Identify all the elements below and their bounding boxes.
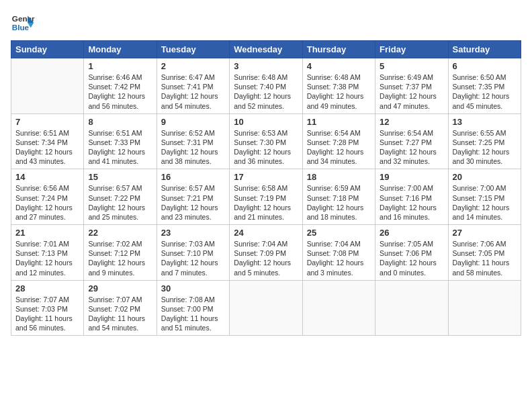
calendar-cell xyxy=(302,280,375,336)
calendar-cell: 27Sunrise: 7:06 AM Sunset: 7:05 PM Dayli… xyxy=(448,225,521,281)
page-header: General Blue xyxy=(11,11,521,35)
calendar-cell: 2Sunrise: 6:47 AM Sunset: 7:41 PM Daylig… xyxy=(157,58,229,114)
calendar-cell: 23Sunrise: 7:03 AM Sunset: 7:10 PM Dayli… xyxy=(157,225,229,281)
day-info: Sunrise: 6:54 AM Sunset: 7:27 PM Dayligh… xyxy=(380,128,443,167)
calendar-cell: 3Sunrise: 6:48 AM Sunset: 7:40 PM Daylig… xyxy=(230,58,302,114)
calendar-cell: 26Sunrise: 7:05 AM Sunset: 7:06 PM Dayli… xyxy=(375,225,448,281)
day-info: Sunrise: 7:02 AM Sunset: 7:12 PM Dayligh… xyxy=(88,239,152,277)
calendar-cell xyxy=(11,58,84,114)
day-info: Sunrise: 6:52 AM Sunset: 7:31 PM Dayligh… xyxy=(161,128,225,167)
day-number: 25 xyxy=(307,228,371,238)
day-number: 13 xyxy=(453,117,517,127)
calendar-cell: 14Sunrise: 6:56 AM Sunset: 7:24 PM Dayli… xyxy=(11,169,84,225)
logo-icon: General Blue xyxy=(11,11,35,35)
logo: General Blue xyxy=(11,11,35,35)
calendar-week-row: 1Sunrise: 6:46 AM Sunset: 7:42 PM Daylig… xyxy=(11,58,521,114)
day-number: 27 xyxy=(453,228,517,238)
calendar-cell: 10Sunrise: 6:53 AM Sunset: 7:30 PM Dayli… xyxy=(230,113,302,169)
calendar-cell: 28Sunrise: 7:07 AM Sunset: 7:03 PM Dayli… xyxy=(11,280,84,336)
day-number: 12 xyxy=(380,117,443,127)
day-number: 21 xyxy=(15,228,79,238)
calendar-cell: 21Sunrise: 7:01 AM Sunset: 7:13 PM Dayli… xyxy=(11,225,84,281)
calendar-cell: 1Sunrise: 6:46 AM Sunset: 7:42 PM Daylig… xyxy=(84,58,157,114)
day-number: 17 xyxy=(234,172,298,182)
calendar-week-row: 14Sunrise: 6:56 AM Sunset: 7:24 PM Dayli… xyxy=(11,169,521,225)
calendar-cell: 15Sunrise: 6:57 AM Sunset: 7:22 PM Dayli… xyxy=(84,169,157,225)
day-number: 23 xyxy=(161,228,225,238)
day-info: Sunrise: 7:03 AM Sunset: 7:10 PM Dayligh… xyxy=(161,239,225,277)
calendar-week-row: 7Sunrise: 6:51 AM Sunset: 7:34 PM Daylig… xyxy=(11,113,521,169)
calendar-cell: 20Sunrise: 7:00 AM Sunset: 7:15 PM Dayli… xyxy=(448,169,521,225)
weekday-header: Thursday xyxy=(302,41,375,58)
weekday-header: Sunday xyxy=(11,41,84,58)
day-number: 18 xyxy=(307,172,371,182)
day-number: 28 xyxy=(15,283,79,293)
day-number: 2 xyxy=(161,61,225,71)
weekday-header-row: SundayMondayTuesdayWednesdayThursdayFrid… xyxy=(11,41,521,58)
calendar-cell: 16Sunrise: 6:57 AM Sunset: 7:21 PM Dayli… xyxy=(157,169,229,225)
day-info: Sunrise: 6:57 AM Sunset: 7:22 PM Dayligh… xyxy=(88,183,152,222)
day-info: Sunrise: 7:04 AM Sunset: 7:08 PM Dayligh… xyxy=(307,239,371,277)
calendar-table: SundayMondayTuesdayWednesdayThursdayFrid… xyxy=(11,40,521,336)
day-info: Sunrise: 7:00 AM Sunset: 7:16 PM Dayligh… xyxy=(380,183,443,222)
calendar-cell: 22Sunrise: 7:02 AM Sunset: 7:12 PM Dayli… xyxy=(84,225,157,281)
day-number: 7 xyxy=(15,117,79,127)
day-info: Sunrise: 6:47 AM Sunset: 7:41 PM Dayligh… xyxy=(161,73,225,111)
day-number: 26 xyxy=(380,228,443,238)
calendar-cell: 9Sunrise: 6:52 AM Sunset: 7:31 PM Daylig… xyxy=(157,113,229,169)
day-info: Sunrise: 6:46 AM Sunset: 7:42 PM Dayligh… xyxy=(88,73,152,111)
calendar-cell: 4Sunrise: 6:48 AM Sunset: 7:38 PM Daylig… xyxy=(302,58,375,114)
day-info: Sunrise: 6:55 AM Sunset: 7:25 PM Dayligh… xyxy=(453,128,517,167)
weekday-header: Tuesday xyxy=(157,41,229,58)
weekday-header: Friday xyxy=(375,41,448,58)
day-info: Sunrise: 6:58 AM Sunset: 7:19 PM Dayligh… xyxy=(234,183,298,222)
day-info: Sunrise: 7:00 AM Sunset: 7:15 PM Dayligh… xyxy=(453,183,517,222)
svg-text:Blue: Blue xyxy=(12,23,30,32)
weekday-header: Monday xyxy=(84,41,157,58)
day-info: Sunrise: 6:57 AM Sunset: 7:21 PM Dayligh… xyxy=(161,183,225,222)
day-number: 14 xyxy=(15,172,79,182)
day-number: 16 xyxy=(161,172,225,182)
weekday-header: Saturday xyxy=(448,41,521,58)
day-info: Sunrise: 6:53 AM Sunset: 7:30 PM Dayligh… xyxy=(234,128,298,167)
calendar-cell: 12Sunrise: 6:54 AM Sunset: 7:27 PM Dayli… xyxy=(375,113,448,169)
day-info: Sunrise: 7:04 AM Sunset: 7:09 PM Dayligh… xyxy=(234,239,298,277)
calendar-cell: 13Sunrise: 6:55 AM Sunset: 7:25 PM Dayli… xyxy=(448,113,521,169)
day-number: 29 xyxy=(88,283,152,293)
calendar-cell xyxy=(448,280,521,336)
day-info: Sunrise: 6:51 AM Sunset: 7:34 PM Dayligh… xyxy=(15,128,79,167)
calendar-cell: 29Sunrise: 7:07 AM Sunset: 7:02 PM Dayli… xyxy=(84,280,157,336)
day-number: 30 xyxy=(161,283,225,293)
day-info: Sunrise: 7:01 AM Sunset: 7:13 PM Dayligh… xyxy=(15,239,79,277)
calendar-cell xyxy=(230,280,302,336)
day-number: 6 xyxy=(453,61,517,71)
day-number: 10 xyxy=(234,117,298,127)
day-info: Sunrise: 6:48 AM Sunset: 7:38 PM Dayligh… xyxy=(307,73,371,111)
day-info: Sunrise: 7:06 AM Sunset: 7:05 PM Dayligh… xyxy=(453,239,517,277)
day-number: 3 xyxy=(234,61,298,71)
weekday-header: Wednesday xyxy=(230,41,302,58)
day-info: Sunrise: 7:08 AM Sunset: 7:00 PM Dayligh… xyxy=(161,295,225,333)
calendar-cell: 6Sunrise: 6:50 AM Sunset: 7:35 PM Daylig… xyxy=(448,58,521,114)
day-info: Sunrise: 7:05 AM Sunset: 7:06 PM Dayligh… xyxy=(380,239,443,277)
day-number: 5 xyxy=(380,61,443,71)
day-info: Sunrise: 7:07 AM Sunset: 7:03 PM Dayligh… xyxy=(15,295,79,333)
calendar-cell xyxy=(375,280,448,336)
calendar-cell: 5Sunrise: 6:49 AM Sunset: 7:37 PM Daylig… xyxy=(375,58,448,114)
day-info: Sunrise: 6:59 AM Sunset: 7:18 PM Dayligh… xyxy=(307,183,371,222)
day-number: 19 xyxy=(380,172,443,182)
calendar-cell: 17Sunrise: 6:58 AM Sunset: 7:19 PM Dayli… xyxy=(230,169,302,225)
calendar-cell: 25Sunrise: 7:04 AM Sunset: 7:08 PM Dayli… xyxy=(302,225,375,281)
calendar-cell: 19Sunrise: 7:00 AM Sunset: 7:16 PM Dayli… xyxy=(375,169,448,225)
day-number: 9 xyxy=(161,117,225,127)
day-number: 1 xyxy=(88,61,152,71)
day-info: Sunrise: 6:49 AM Sunset: 7:37 PM Dayligh… xyxy=(380,73,443,111)
calendar-cell: 7Sunrise: 6:51 AM Sunset: 7:34 PM Daylig… xyxy=(11,113,84,169)
calendar-cell: 18Sunrise: 6:59 AM Sunset: 7:18 PM Dayli… xyxy=(302,169,375,225)
day-number: 8 xyxy=(88,117,152,127)
day-number: 20 xyxy=(453,172,517,182)
calendar-cell: 11Sunrise: 6:54 AM Sunset: 7:28 PM Dayli… xyxy=(302,113,375,169)
day-info: Sunrise: 7:07 AM Sunset: 7:02 PM Dayligh… xyxy=(88,295,152,333)
day-number: 15 xyxy=(88,172,152,182)
calendar-cell: 8Sunrise: 6:51 AM Sunset: 7:33 PM Daylig… xyxy=(84,113,157,169)
